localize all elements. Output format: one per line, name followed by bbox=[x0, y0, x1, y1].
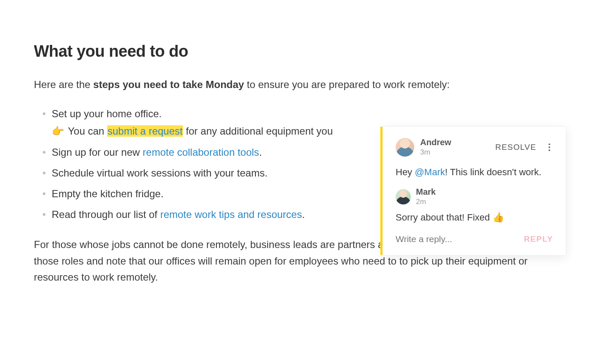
section-heading: What you need to do bbox=[34, 42, 559, 61]
comment-1-body-post: ! This link doesn't work. bbox=[445, 167, 541, 177]
step-1-text: Set up your home office. bbox=[52, 108, 162, 119]
document-body: What you need to do Here are the steps y… bbox=[0, 0, 593, 285]
comment-2-body: Sorry about that! Fixed 👍 bbox=[396, 210, 553, 225]
comment-thread-panel: Andrew 3m RESOLVE Hey @Mark! This link d… bbox=[382, 126, 566, 256]
comment-1: Andrew 3m RESOLVE Hey @Mark! This link d… bbox=[383, 127, 566, 184]
collab-tools-link[interactable]: remote collaboration tools bbox=[143, 146, 259, 158]
step-1-sub-post: for any additional equipment you bbox=[183, 125, 333, 137]
mention-mark[interactable]: @Mark bbox=[415, 167, 445, 177]
comment-2: Mark 2m Sorry about that! Fixed 👍 bbox=[383, 184, 566, 226]
comment-2-time: 2m bbox=[416, 198, 436, 206]
comment-1-meta: Andrew 3m bbox=[420, 138, 451, 157]
comment-2-author: Mark bbox=[416, 187, 436, 197]
intro-paragraph: Here are the steps you need to take Mond… bbox=[34, 77, 559, 92]
comment-1-author: Andrew bbox=[420, 138, 451, 147]
step-5-pre: Read through our list of bbox=[52, 209, 160, 220]
step-2-pre: Sign up for our new bbox=[52, 146, 143, 158]
reply-input[interactable] bbox=[396, 234, 524, 244]
selection-indicator bbox=[380, 127, 382, 255]
comment-1-body-pre: Hey bbox=[396, 167, 415, 177]
reply-row: REPLY bbox=[383, 226, 566, 255]
step-1-sub-pre: You can bbox=[65, 125, 107, 137]
comment-1-time: 3m bbox=[420, 148, 451, 157]
comment-1-header: Andrew 3m RESOLVE bbox=[396, 138, 553, 157]
more-options-icon[interactable] bbox=[546, 142, 553, 152]
intro-post: to ensure you are prepared to work remot… bbox=[244, 79, 450, 90]
comment-actions: RESOLVE bbox=[495, 142, 553, 152]
reply-button[interactable]: REPLY bbox=[524, 234, 553, 244]
step-5-post: . bbox=[302, 209, 305, 220]
comment-2-header: Mark 2m bbox=[396, 187, 553, 206]
intro-bold: steps you need to take Monday bbox=[93, 79, 244, 90]
comment-2-meta: Mark 2m bbox=[416, 187, 436, 206]
avatar-andrew bbox=[396, 138, 414, 157]
intro-pre: Here are the bbox=[34, 79, 93, 90]
highlighted-text: submit a request bbox=[107, 125, 183, 137]
resolve-button[interactable]: RESOLVE bbox=[495, 143, 536, 152]
remote-tips-link[interactable]: remote work tips and resources bbox=[160, 209, 302, 220]
pointer-emoji-icon: 👉 bbox=[52, 123, 64, 139]
step-2-post: . bbox=[259, 146, 262, 158]
avatar-mark bbox=[396, 189, 411, 204]
submit-request-link[interactable]: submit a request bbox=[108, 125, 183, 137]
comment-1-body: Hey @Mark! This link doesn't work. bbox=[396, 165, 553, 179]
